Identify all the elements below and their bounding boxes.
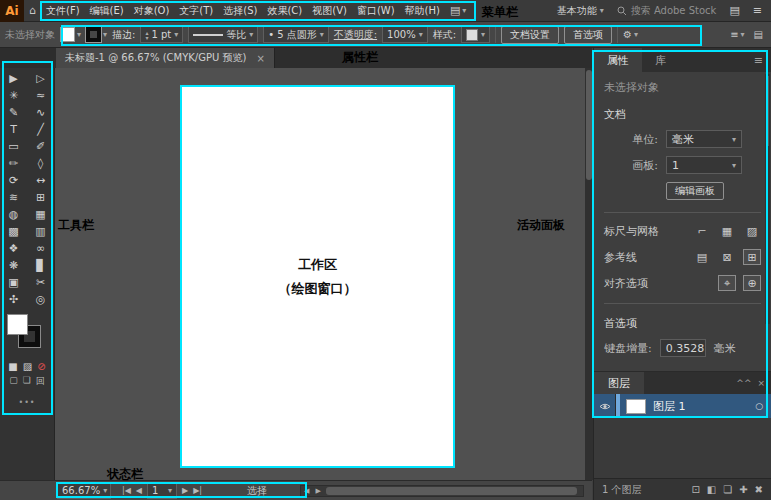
menu-item-type[interactable]: 文字(T) — [174, 0, 218, 22]
lasso-tool[interactable]: ≈ — [27, 87, 54, 104]
zoom-select[interactable]: 66.67% ▾ — [57, 482, 111, 499]
app-menu-icon[interactable]: ≡ — [748, 4, 767, 17]
snap-to-grid-icon[interactable]: ⌖ — [718, 275, 736, 291]
panel-toggle-icon[interactable]: ▤ — [754, 29, 763, 40]
menu-item-file[interactable]: 文件(F) — [41, 0, 85, 22]
new-sublayer-icon[interactable]: ❏ — [723, 484, 732, 495]
document-tab[interactable]: 未标题-1 @ 66.67% (CMYK/GPU 预览) × — [56, 48, 275, 68]
panel-scrollbar[interactable] — [765, 74, 770, 324]
menu-item-edit[interactable]: 编辑(E) — [85, 0, 129, 22]
visibility-eye-icon[interactable] — [594, 394, 616, 418]
layer-row[interactable]: 图层 1 ○ — [594, 394, 771, 418]
line-segment-tool[interactable]: ╱ — [27, 121, 54, 138]
perspective-grid-tool[interactable]: ▦ — [27, 206, 54, 223]
free-transform-tool[interactable]: ⊞ — [27, 189, 54, 206]
collapse-panel-icon[interactable]: ^^ — [736, 378, 751, 388]
menu-item-help[interactable]: 帮助(H) — [400, 0, 445, 22]
zoom-tool[interactable]: ◎ — [27, 291, 54, 308]
tab-layers[interactable]: 图层 — [594, 372, 644, 394]
guides-options-icon[interactable]: ⊞ — [743, 249, 761, 265]
snap-to-point-icon[interactable]: ⊕ — [743, 275, 761, 291]
opacity-link[interactable]: 不透明度: — [334, 28, 377, 42]
scroll-right-icon[interactable]: ▶ — [312, 487, 323, 495]
eraser-tool[interactable]: ◊ — [27, 155, 54, 172]
scale-tool[interactable]: ↔ — [27, 172, 54, 189]
gear-icon[interactable]: ⚙ ▾ — [623, 29, 638, 40]
artboard[interactable]: 工作区 （绘图窗口） — [180, 85, 455, 468]
workspace-switcher[interactable]: 基本功能 ▾ — [552, 4, 609, 18]
blend-tool[interactable]: ∞ — [27, 240, 54, 257]
magic-wand-tool[interactable]: ✳ — [0, 87, 27, 104]
rectangle-tool[interactable]: ▭ — [0, 138, 27, 155]
selection-tool[interactable]: ▶ — [0, 70, 27, 87]
layer-thumbnail[interactable] — [626, 399, 646, 414]
prev-artboard-icon[interactable]: ◀ — [136, 486, 142, 495]
menu-item-effect[interactable]: 效果(C) — [262, 0, 307, 22]
slice-tool[interactable]: ✂ — [27, 274, 54, 291]
show-transparency-grid-icon[interactable]: ▨ — [743, 223, 761, 239]
fill-color-swatch[interactable]: ▾ — [60, 27, 81, 42]
arrange-documents-icon[interactable]: ▤ ▾ — [445, 4, 471, 17]
stroke-color-swatch[interactable]: ▾ — [86, 27, 107, 42]
first-artboard-icon[interactable]: |◀ — [122, 486, 131, 495]
panel-menu-icon[interactable]: ≡ — [746, 48, 771, 72]
layer-target-icon[interactable]: ○ — [755, 401, 763, 411]
artboard-tool[interactable]: ▣ — [0, 274, 27, 291]
unit-select[interactable]: 毫米 ▾ — [666, 130, 742, 148]
rotate-tool[interactable]: ⟳ — [0, 172, 27, 189]
vertical-scrollbar-thumb[interactable] — [586, 70, 592, 180]
next-artboard-icon[interactable]: ▶ — [182, 486, 188, 495]
brush-definition-select[interactable]: • 5 点圆形 ▾ — [263, 26, 328, 43]
symbol-sprayer-tool[interactable]: ❋ — [0, 257, 27, 274]
show-grid-icon[interactable]: ▦ — [718, 223, 736, 239]
align-options-icon[interactable]: ≡ ▾ — [730, 29, 744, 40]
menu-item-select[interactable]: 选择(S) — [218, 0, 262, 22]
preferences-button[interactable]: 首选项 — [564, 26, 612, 44]
stepper-icon[interactable]: ▴▾ — [145, 30, 148, 40]
horizontal-scrollbar-thumb[interactable] — [326, 487, 577, 495]
type-tool[interactable]: T — [0, 121, 27, 138]
stock-search-field[interactable]: 搜索 Adobe Stock — [612, 4, 722, 18]
lock-guides-icon[interactable]: ⊠ — [718, 249, 736, 265]
shape-builder-tool[interactable]: ◍ — [0, 206, 27, 223]
pen-tool[interactable]: ✎ — [0, 104, 27, 121]
show-guides-icon[interactable]: ▤ — [693, 249, 711, 265]
draw-normal-icon[interactable]: ▢ — [9, 375, 18, 388]
scroll-left-icon[interactable]: ◀ — [301, 487, 312, 495]
stroke-weight-field[interactable]: ▴▾ 1 pt ▾ — [140, 26, 183, 43]
show-rulers-icon[interactable]: ⌐ — [693, 223, 711, 239]
width-profile-select[interactable]: 等比 ▾ — [188, 26, 258, 43]
eyedropper-tool[interactable]: ❖ — [0, 240, 27, 257]
canvas[interactable]: 工作区 （绘图窗口） — [55, 68, 585, 480]
collect-export-icon[interactable]: ⊡ — [691, 484, 699, 495]
window-layout-icon[interactable]: ▤ — [724, 4, 744, 17]
menu-item-window[interactable]: 窗口(W) — [352, 0, 400, 22]
layer-name[interactable]: 图层 1 — [653, 399, 686, 414]
document-setup-button[interactable]: 文档设置 — [501, 26, 559, 44]
direct-selection-tool[interactable]: ▷ — [27, 70, 54, 87]
home-icon[interactable]: ⌂ — [24, 4, 41, 17]
artboard-select[interactable]: 1 ▾ — [666, 156, 742, 174]
delete-layer-icon[interactable]: ✖ — [755, 484, 763, 495]
menu-item-object[interactable]: 对象(O) — [129, 0, 175, 22]
menu-item-view[interactable]: 视图(V) — [307, 0, 352, 22]
draw-behind-icon[interactable]: ❏ — [23, 375, 31, 388]
style-select[interactable]: ▾ — [461, 26, 490, 43]
make-mask-icon[interactable]: ◧ — [707, 484, 716, 495]
vertical-scrollbar[interactable] — [585, 68, 593, 480]
horizontal-scrollbar[interactable]: ◀ ▶ — [300, 485, 584, 497]
last-artboard-icon[interactable]: ▶| — [193, 486, 202, 495]
gradient-icon[interactable]: ▨ — [23, 361, 32, 372]
key-increment-input[interactable]: 0.3528 — [660, 339, 706, 357]
opacity-select[interactable]: 100% ▾ — [382, 26, 428, 43]
none-icon[interactable]: ⊘ — [37, 361, 45, 372]
artboard-number-select[interactable]: 1 ▾ — [147, 482, 177, 499]
close-panel-icon[interactable]: × — [757, 378, 765, 388]
curvature-tool[interactable]: ∿ — [27, 104, 54, 121]
hand-tool[interactable]: ✣ — [0, 291, 27, 308]
close-tab-icon[interactable]: × — [256, 53, 264, 64]
draw-inside-icon[interactable]: 回 — [36, 375, 45, 388]
new-layer-icon[interactable]: ✚ — [739, 484, 747, 495]
edit-artboard-button[interactable]: 编辑画板 — [666, 182, 724, 200]
tab-properties[interactable]: 属性 — [594, 48, 642, 72]
